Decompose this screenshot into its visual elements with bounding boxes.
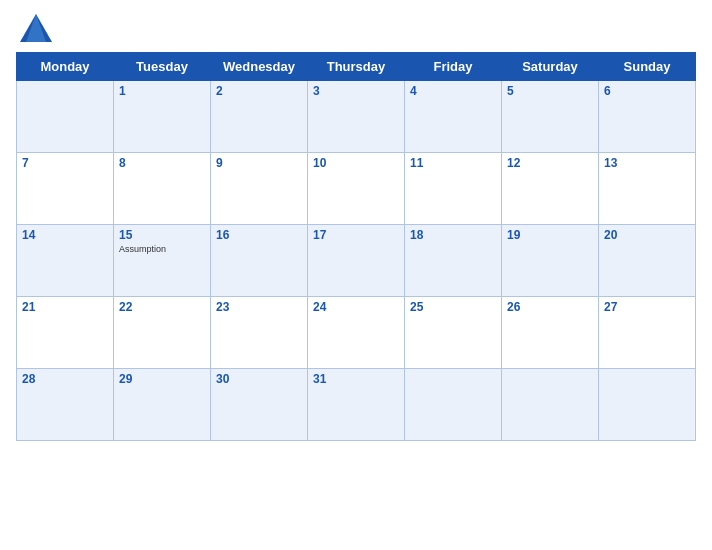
day-number: 16	[216, 228, 302, 242]
day-cell: 4	[405, 81, 502, 153]
days-header-row: MondayTuesdayWednesdayThursdayFridaySatu…	[17, 53, 696, 81]
day-cell: 30	[211, 369, 308, 441]
day-number: 23	[216, 300, 302, 314]
day-number: 22	[119, 300, 205, 314]
day-number: 1	[119, 84, 205, 98]
day-number: 20	[604, 228, 690, 242]
day-cell	[17, 81, 114, 153]
day-cell: 31	[308, 369, 405, 441]
day-number: 3	[313, 84, 399, 98]
day-cell: 27	[599, 297, 696, 369]
column-header-sunday: Sunday	[599, 53, 696, 81]
day-number: 6	[604, 84, 690, 98]
day-number: 8	[119, 156, 205, 170]
day-cell	[599, 369, 696, 441]
day-cell: 9	[211, 153, 308, 225]
week-row-1: 123456	[17, 81, 696, 153]
day-cell: 26	[502, 297, 599, 369]
day-number: 28	[22, 372, 108, 386]
day-cell: 29	[114, 369, 211, 441]
day-cell: 14	[17, 225, 114, 297]
day-cell: 20	[599, 225, 696, 297]
day-cell: 19	[502, 225, 599, 297]
calendar-table: MondayTuesdayWednesdayThursdayFridaySatu…	[16, 52, 696, 441]
day-cell: 17	[308, 225, 405, 297]
column-header-monday: Monday	[17, 53, 114, 81]
week-row-5: 28293031	[17, 369, 696, 441]
day-cell: 25	[405, 297, 502, 369]
day-number: 17	[313, 228, 399, 242]
calendar-page: MondayTuesdayWednesdayThursdayFridaySatu…	[0, 0, 712, 550]
day-cell: 10	[308, 153, 405, 225]
day-number: 2	[216, 84, 302, 98]
day-cell: 13	[599, 153, 696, 225]
day-number: 7	[22, 156, 108, 170]
day-cell: 8	[114, 153, 211, 225]
column-header-thursday: Thursday	[308, 53, 405, 81]
day-number: 4	[410, 84, 496, 98]
day-cell: 21	[17, 297, 114, 369]
day-cell: 24	[308, 297, 405, 369]
day-number: 21	[22, 300, 108, 314]
day-cell: 11	[405, 153, 502, 225]
week-row-3: 1415Assumption1617181920	[17, 225, 696, 297]
day-cell: 2	[211, 81, 308, 153]
day-number: 26	[507, 300, 593, 314]
day-cell: 23	[211, 297, 308, 369]
day-number: 18	[410, 228, 496, 242]
day-number: 14	[22, 228, 108, 242]
day-number: 29	[119, 372, 205, 386]
day-number: 12	[507, 156, 593, 170]
day-cell: 15Assumption	[114, 225, 211, 297]
day-number: 31	[313, 372, 399, 386]
day-cell	[502, 369, 599, 441]
column-header-saturday: Saturday	[502, 53, 599, 81]
holiday-label: Assumption	[119, 244, 205, 254]
day-cell: 6	[599, 81, 696, 153]
day-cell: 1	[114, 81, 211, 153]
day-cell	[405, 369, 502, 441]
day-number: 5	[507, 84, 593, 98]
day-number: 27	[604, 300, 690, 314]
day-number: 15	[119, 228, 205, 242]
calendar-header	[16, 10, 696, 46]
day-cell: 5	[502, 81, 599, 153]
day-number: 30	[216, 372, 302, 386]
day-number: 24	[313, 300, 399, 314]
day-cell: 16	[211, 225, 308, 297]
day-number: 10	[313, 156, 399, 170]
week-row-4: 21222324252627	[17, 297, 696, 369]
day-cell: 28	[17, 369, 114, 441]
column-header-tuesday: Tuesday	[114, 53, 211, 81]
day-number: 25	[410, 300, 496, 314]
day-cell: 18	[405, 225, 502, 297]
day-cell: 12	[502, 153, 599, 225]
logo	[18, 10, 58, 46]
day-number: 9	[216, 156, 302, 170]
day-cell: 22	[114, 297, 211, 369]
column-header-friday: Friday	[405, 53, 502, 81]
day-cell: 7	[17, 153, 114, 225]
day-cell: 3	[308, 81, 405, 153]
day-number: 19	[507, 228, 593, 242]
day-number: 11	[410, 156, 496, 170]
day-number: 13	[604, 156, 690, 170]
week-row-2: 78910111213	[17, 153, 696, 225]
logo-icon	[18, 10, 54, 46]
column-header-wednesday: Wednesday	[211, 53, 308, 81]
